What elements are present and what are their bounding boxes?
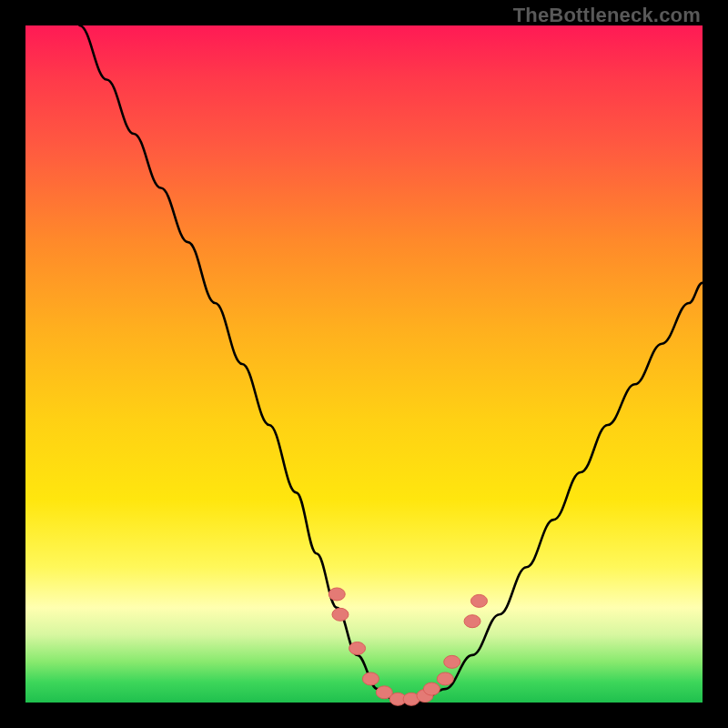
curve-marker [423, 682, 440, 695]
curve-marker [470, 594, 487, 607]
curve-marker [332, 608, 349, 621]
curve-marker [362, 672, 379, 685]
curve-marker [464, 615, 480, 628]
marker-group [329, 588, 487, 705]
curve-marker [437, 672, 453, 685]
curve-marker [329, 588, 345, 601]
plot-area [25, 25, 703, 703]
curve-marker [444, 655, 460, 668]
bottleneck-curve [80, 25, 703, 703]
chart-frame: TheBottleneck.com [0, 0, 728, 728]
curve-marker [349, 642, 366, 654]
attribution-label: TheBottleneck.com [513, 4, 701, 27]
curve-svg [25, 25, 703, 703]
